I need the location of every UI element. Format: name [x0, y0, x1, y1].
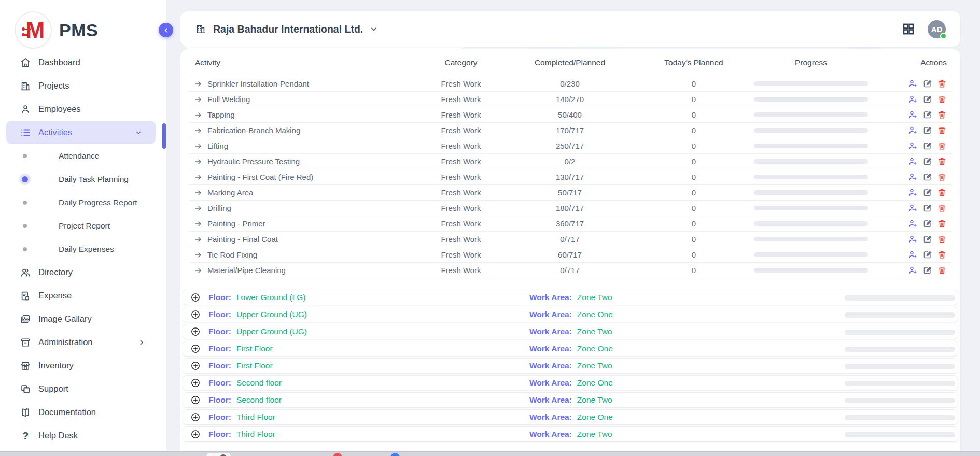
- sidebar-subitem-daily-progress-report[interactable]: Daily Progress Report: [0, 191, 166, 214]
- floor-label: Floor:: [208, 395, 231, 405]
- delete-icon[interactable]: [937, 203, 947, 213]
- activity-name: Full Welding: [207, 95, 250, 104]
- sidebar-item-activities[interactable]: Activities: [6, 121, 156, 144]
- table-row: Full Welding Fresh Work 140/270 0: [189, 92, 952, 107]
- progress-bar: [753, 144, 869, 148]
- work-area-label: Work Area:: [529, 361, 572, 370]
- delete-icon[interactable]: [937, 141, 947, 151]
- user-avatar[interactable]: AD: [928, 20, 946, 38]
- expand-plus-icon[interactable]: [190, 344, 201, 354]
- delete-icon[interactable]: [937, 219, 947, 229]
- delete-icon[interactable]: [937, 110, 947, 120]
- edit-icon[interactable]: [922, 110, 932, 120]
- assign-user-icon[interactable]: [908, 203, 918, 213]
- arrow-right-icon: [194, 173, 202, 181]
- sidebar-item-inventory[interactable]: Inventory: [0, 354, 166, 377]
- edit-icon[interactable]: [922, 156, 932, 166]
- main-area: Raja Bahadur International Ltd. AD Activ…: [166, 0, 980, 456]
- apps-grid-icon[interactable]: [902, 22, 915, 36]
- top-header: Raja Bahadur International Ltd. AD: [180, 11, 960, 47]
- edit-icon[interactable]: [922, 219, 932, 229]
- assign-user-icon[interactable]: [908, 156, 918, 166]
- sidebar-subitem-project-report[interactable]: Project Report: [0, 214, 166, 237]
- assign-user-icon[interactable]: [908, 125, 918, 135]
- edit-icon[interactable]: [922, 172, 932, 182]
- edit-icon[interactable]: [922, 79, 932, 89]
- sidebar-item-employees[interactable]: Employees: [0, 97, 166, 121]
- assign-user-icon[interactable]: [908, 110, 918, 120]
- table-row: Hydraulic Pressure Testing Fresh Work 0/…: [189, 154, 952, 169]
- work-area-label: Work Area:: [529, 327, 572, 336]
- assign-user-icon[interactable]: [908, 94, 918, 104]
- arrow-right-icon: [194, 251, 202, 259]
- expand-plus-icon[interactable]: [190, 412, 201, 422]
- edit-icon[interactable]: [922, 203, 932, 213]
- edit-icon[interactable]: [922, 188, 932, 197]
- bullet-icon: [23, 224, 27, 228]
- assign-user-icon[interactable]: [908, 219, 918, 229]
- delete-icon[interactable]: [937, 188, 947, 197]
- expand-plus-icon[interactable]: [190, 378, 201, 388]
- sidebar-collapse-button[interactable]: [159, 23, 173, 37]
- expand-plus-icon[interactable]: [190, 361, 201, 371]
- expand-plus-icon[interactable]: [190, 292, 201, 303]
- edit-icon[interactable]: [922, 141, 932, 151]
- delete-icon[interactable]: [937, 172, 947, 182]
- sidebar-item-help-desk[interactable]: ? Help Desk: [0, 424, 166, 447]
- chevron-down-icon: [135, 129, 142, 136]
- delete-icon[interactable]: [937, 79, 947, 89]
- daily-task-planning-panel: Activity Category Completed/Planned Toda…: [180, 49, 960, 456]
- assign-user-icon[interactable]: [908, 265, 918, 275]
- company-selector[interactable]: Raja Bahadur International Ltd.: [195, 23, 378, 35]
- sidebar-subitem-daily-task-planning[interactable]: Daily Task Planning: [0, 167, 166, 191]
- column-header: Category: [417, 58, 505, 67]
- logo: M PMS: [0, 0, 166, 50]
- bullet-icon: [23, 201, 27, 205]
- assign-user-icon[interactable]: [908, 188, 918, 197]
- sidebar-item-label: Administration: [38, 337, 93, 347]
- sidebar-item-expense[interactable]: Expense: [0, 284, 166, 307]
- progress-bar: [753, 268, 869, 273]
- edit-icon[interactable]: [922, 250, 932, 260]
- sidebar-item-documentation[interactable]: Documentation: [0, 401, 166, 424]
- delete-icon[interactable]: [937, 265, 947, 275]
- sidebar-item-dashboard[interactable]: Dashboard: [0, 51, 166, 74]
- sidebar-item-support[interactable]: Support: [0, 377, 166, 401]
- floor-progress-bar: [845, 330, 955, 335]
- todays-planned-value: 0: [635, 141, 753, 150]
- assign-user-icon[interactable]: [908, 234, 918, 244]
- assign-user-icon[interactable]: [908, 250, 918, 260]
- delete-icon[interactable]: [937, 250, 947, 260]
- todays-planned-value: 0: [635, 250, 753, 259]
- question-icon: ?: [20, 430, 31, 441]
- sidebar-subitem-daily-expenses[interactable]: Daily Expenses: [0, 237, 166, 261]
- expand-plus-icon[interactable]: [190, 429, 201, 439]
- edit-icon[interactable]: [922, 125, 932, 135]
- edit-icon[interactable]: [922, 265, 932, 275]
- expand-plus-icon[interactable]: [190, 309, 201, 320]
- assign-user-icon[interactable]: [908, 79, 918, 89]
- expand-plus-icon[interactable]: [190, 326, 201, 337]
- edit-icon[interactable]: [922, 234, 932, 244]
- activity-name: Painting - Primer: [207, 219, 265, 228]
- activity-category: Fresh Work: [417, 204, 505, 212]
- progress-bar: [753, 237, 869, 241]
- sidebar-item-projects[interactable]: Projects: [0, 74, 166, 97]
- sidebar-subitem-attendance[interactable]: Attendance: [0, 144, 166, 167]
- assign-user-icon[interactable]: [908, 172, 918, 182]
- floor-label: Floor:: [208, 327, 231, 336]
- delete-icon[interactable]: [937, 125, 947, 135]
- delete-icon[interactable]: [937, 234, 947, 244]
- edit-icon[interactable]: [922, 94, 932, 104]
- sidebar-item-image-gallary[interactable]: Image Gallary: [0, 307, 166, 331]
- expand-plus-icon[interactable]: [190, 395, 201, 405]
- sidebar-item-administration[interactable]: Administration: [0, 331, 166, 354]
- activity-name: Painting - Final Coat: [207, 235, 278, 244]
- assign-user-icon[interactable]: [908, 141, 918, 151]
- building-icon: [20, 80, 31, 92]
- sidebar-item-directory[interactable]: Directory: [0, 261, 166, 284]
- delete-icon[interactable]: [937, 94, 947, 104]
- completed-planned-value: 180/717: [505, 204, 635, 212]
- delete-icon[interactable]: [937, 156, 947, 166]
- bullet-icon: [22, 176, 28, 182]
